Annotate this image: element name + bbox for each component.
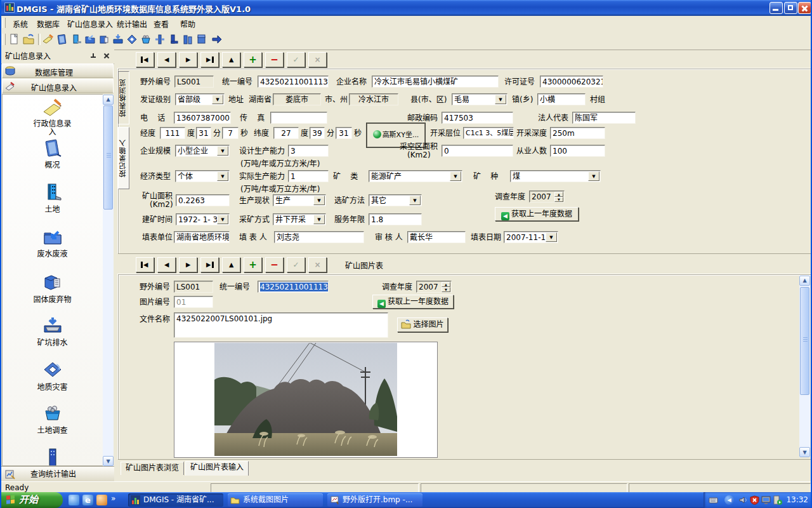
lat-min-input[interactable]: 39 bbox=[310, 127, 325, 139]
select-picture-button[interactable]: 选择图片 bbox=[397, 318, 448, 332]
chevron-down-icon[interactable]: ▼ bbox=[450, 171, 461, 181]
land-survey-bucket-icon[interactable] bbox=[140, 33, 152, 46]
geohazard-ring-icon[interactable] bbox=[126, 33, 138, 46]
pic-nav-cancel-button[interactable]: × bbox=[308, 257, 327, 272]
solid-waste-box-icon[interactable] bbox=[98, 33, 110, 46]
pic-no-input[interactable]: 01 bbox=[174, 296, 213, 308]
company-input[interactable]: 冷水江市毛易镇小横煤矿 bbox=[372, 76, 499, 88]
pic-nav-add-button[interactable]: + bbox=[244, 257, 262, 272]
tab-record-entry[interactable]: 按记录输入 bbox=[118, 127, 129, 189]
exit-arrow-icon[interactable] bbox=[211, 33, 223, 46]
quick-launch-media-icon[interactable] bbox=[96, 495, 107, 505]
taskbar-task-folder[interactable]: 系统截图图片 bbox=[228, 493, 323, 507]
administrative-entry-icon[interactable] bbox=[42, 33, 55, 46]
menu-stat-output[interactable]: 统计输出 bbox=[117, 18, 147, 29]
field-no-input[interactable]: LS001 bbox=[174, 76, 214, 88]
phone-input[interactable]: 13607387000 bbox=[174, 112, 231, 124]
pic-get-prev-year-button[interactable]: ◀获取上一年度数据 bbox=[372, 295, 454, 309]
quick-launch-more-icon[interactable]: » bbox=[111, 494, 115, 503]
prefecture-input[interactable]: 冷水江市 bbox=[349, 93, 398, 105]
picture-scroll-thumb[interactable] bbox=[800, 287, 809, 395]
start-button[interactable]: 开始 bbox=[1, 492, 63, 508]
stat-column-icon[interactable] bbox=[154, 33, 166, 46]
sidebar-section-mine-entry[interactable]: 矿山信息录入 bbox=[2, 79, 114, 93]
nav-prev-button[interactable]: ◀ bbox=[157, 52, 176, 67]
pic-nav-confirm-button[interactable]: ✓ bbox=[287, 257, 305, 272]
design-capacity-input[interactable]: 3 bbox=[288, 145, 329, 157]
mine-area-input[interactable]: 0.2263 bbox=[176, 194, 230, 206]
county-combo[interactable]: 毛易▼ bbox=[452, 93, 508, 105]
pic-nav-up-button[interactable]: ▲ bbox=[222, 257, 240, 272]
nav-first-button[interactable]: ◀ bbox=[136, 52, 154, 67]
mining-method-combo[interactable]: 井下开采▼ bbox=[273, 213, 326, 225]
mine-kind-combo[interactable]: 煤▼ bbox=[510, 170, 601, 182]
sidebar-item-wastewater[interactable]: 废水废液 bbox=[3, 227, 102, 258]
sidebar-item-pit-drainage[interactable]: 矿坑排水 bbox=[3, 316, 102, 347]
tab-picture-browse[interactable]: 矿山图片表浏览 bbox=[121, 462, 184, 475]
pic-unified-no-input[interactable]: 43250211001113 bbox=[258, 281, 329, 293]
scroll-down-icon[interactable]: ▼ bbox=[103, 456, 114, 466]
lat-deg-input[interactable]: 27 bbox=[273, 127, 299, 139]
chevron-down-icon[interactable]: ▼ bbox=[409, 196, 421, 205]
menu-database[interactable]: 数据库 bbox=[37, 18, 60, 29]
mining-depth-input[interactable]: 250m bbox=[550, 127, 605, 139]
nav-cancel-button[interactable]: × bbox=[308, 52, 327, 67]
restore-button[interactable] bbox=[784, 2, 797, 14]
chevron-down-icon[interactable]: ▼ bbox=[313, 196, 325, 205]
picture-form-scrollbar[interactable]: ▲ ▼ bbox=[799, 276, 810, 457]
security-alert-icon[interactable] bbox=[750, 495, 759, 505]
tab-picture-entry[interactable]: 矿山图片表输入 bbox=[185, 461, 249, 476]
nav-last-button[interactable]: ▶ bbox=[200, 52, 219, 67]
host-computer-icon[interactable] bbox=[773, 495, 782, 505]
sidebar-item-overview[interactable]: 概况 bbox=[3, 138, 102, 170]
chevron-down-icon[interactable]: ▼ bbox=[546, 232, 557, 242]
town-input[interactable]: 小横 bbox=[537, 93, 586, 105]
overview-book-icon[interactable] bbox=[56, 33, 69, 46]
nav-next-button[interactable]: ▶ bbox=[179, 52, 197, 67]
spin-up-icon[interactable]: ▲ bbox=[554, 192, 563, 197]
unified-no-input[interactable]: 43250211001113 bbox=[258, 76, 329, 88]
archive-box-icon[interactable] bbox=[195, 33, 208, 46]
legal-rep-input[interactable]: 陈国军 bbox=[572, 112, 636, 124]
menu-help[interactable]: 帮助 bbox=[180, 18, 195, 29]
actual-capacity-input[interactable]: 1 bbox=[288, 170, 329, 182]
build-time-combo[interactable]: 1972- 1- 3▼ bbox=[176, 213, 230, 225]
buildings-icon[interactable] bbox=[181, 33, 194, 46]
pic-nav-last-button[interactable]: ▶ bbox=[200, 257, 219, 272]
report-column-icon[interactable] bbox=[167, 33, 180, 46]
service-years-input[interactable]: 1.8 bbox=[369, 213, 422, 225]
menu-system[interactable]: 系统 bbox=[13, 18, 28, 29]
close-button[interactable] bbox=[798, 2, 811, 14]
lat-sec-input[interactable]: 31 bbox=[336, 127, 352, 139]
mine-class-combo[interactable]: 能源矿产▼ bbox=[369, 170, 462, 182]
lon-min-input[interactable]: 31 bbox=[196, 127, 211, 139]
chevron-down-icon[interactable]: ▼ bbox=[588, 171, 599, 181]
fax-input[interactable] bbox=[270, 112, 327, 124]
sidebar-item-land[interactable]: 土地 bbox=[3, 182, 102, 214]
sidebar-item-partial[interactable] bbox=[3, 448, 102, 466]
nav-add-button[interactable]: + bbox=[244, 52, 262, 67]
fill-date-combo[interactable]: 2007-11-13▼ bbox=[504, 231, 558, 243]
get-prev-year-button[interactable]: ◀获取上一年度数据 bbox=[495, 207, 579, 221]
dressing-method-combo[interactable]: 其它▼ bbox=[369, 194, 422, 206]
city-input[interactable]: 娄底市 bbox=[273, 93, 321, 105]
license-input[interactable]: 4300000620321 bbox=[540, 76, 603, 88]
drainage-tray-icon[interactable] bbox=[112, 33, 124, 46]
spin-down-icon[interactable]: ▼ bbox=[442, 287, 450, 292]
sidebar-item-geohazard[interactable]: 地质灾害 bbox=[3, 360, 102, 392]
lon-deg-input[interactable]: 111 bbox=[160, 127, 185, 139]
sidebar-scrollbar[interactable]: ▲ ▼ bbox=[103, 95, 114, 466]
chevron-down-icon[interactable]: ▼ bbox=[495, 95, 506, 104]
nav-delete-button[interactable]: − bbox=[265, 52, 284, 67]
quick-launch-desktop-icon[interactable] bbox=[69, 495, 79, 505]
spin-up-icon[interactable]: ▲ bbox=[442, 282, 450, 287]
taskbar-task-paint[interactable]: 野外版打开.bmp -... bbox=[327, 493, 422, 507]
pic-nav-prev-button[interactable]: ◀ bbox=[157, 257, 176, 272]
nav-confirm-button[interactable]: ✓ bbox=[287, 52, 305, 67]
filler-input[interactable]: 刘志尧 bbox=[274, 231, 364, 243]
new-document-icon[interactable] bbox=[8, 33, 20, 46]
lon-sec-input[interactable]: 7 bbox=[222, 127, 239, 139]
pin-icon[interactable] bbox=[89, 53, 96, 60]
chevron-down-icon[interactable]: ▼ bbox=[217, 146, 228, 156]
pic-nav-first-button[interactable]: ◀ bbox=[136, 257, 154, 272]
